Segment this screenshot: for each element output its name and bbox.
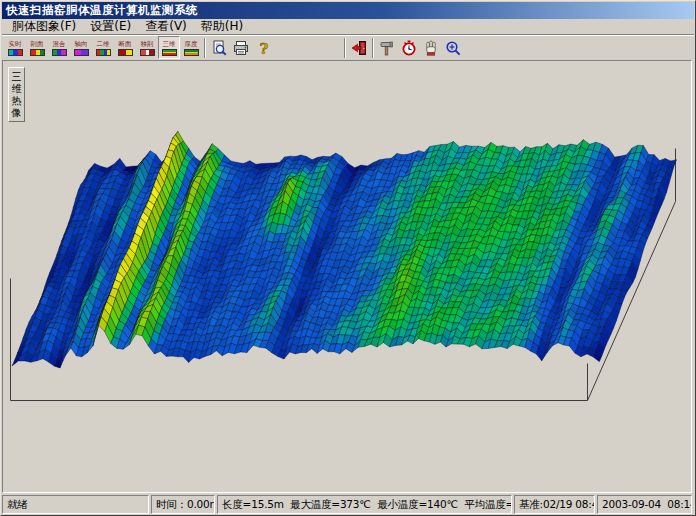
- single-section-view-icon: 独剖: [141, 40, 154, 47]
- tools-button[interactable]: [376, 36, 398, 59]
- hand-icon: [423, 40, 439, 56]
- thickness-view-icon: [184, 49, 199, 56]
- title-bar[interactable]: 快速扫描窑胴体温度计算机监测系统: [2, 2, 694, 19]
- thickness-view-icon: 厚度: [185, 40, 198, 47]
- menu-kiln-image[interactable]: 胴体图象(F): [5, 19, 83, 34]
- print-preview-button[interactable]: [208, 36, 230, 59]
- tab-3d-thermal-image[interactable]: 三维热像: [8, 67, 25, 122]
- zoom-button[interactable]: [442, 36, 464, 59]
- toolbar-separator: [204, 38, 206, 58]
- toolbar-button-realtime[interactable]: 实时: [4, 36, 26, 59]
- menu-view[interactable]: 查看(V): [138, 19, 194, 34]
- toolbar-button-single-section[interactable]: 独剖: [136, 36, 158, 59]
- section-view-icon: [30, 49, 45, 56]
- svg-text:?: ?: [260, 40, 269, 56]
- menu-settings[interactable]: 设置(E): [83, 19, 138, 34]
- 3d-view-icon: 三维: [163, 40, 176, 47]
- section-view-icon: 剖面: [31, 40, 44, 47]
- status-bar: 就绪 时间：0.00rpm 长度=15.5m 最大温度=373℃ 最小温度=14…: [2, 495, 694, 514]
- axial-view-icon: 轴向: [75, 40, 88, 47]
- print-preview-icon: [211, 40, 227, 56]
- toolbar-separator: [344, 38, 346, 58]
- menu-bar: 胴体图象(F) 设置(E) 查看(V) 帮助(H): [2, 19, 694, 34]
- toolbar-button-3d[interactable]: 三维: [158, 36, 180, 59]
- zoom-in-icon: [445, 40, 461, 56]
- single-section-view-icon: [140, 49, 155, 56]
- 2d-view-icon: 二维: [97, 40, 110, 47]
- toolbar: 实时 剖面 混合 轴向 二维 断面 独剖 三维 厚度: [2, 34, 694, 60]
- mixed-view-icon: 混合: [53, 40, 66, 47]
- tab-label: 三维热像: [11, 71, 23, 119]
- cross-section-view-icon: 断面: [119, 40, 132, 47]
- toolbar-separator: [372, 38, 374, 58]
- toolbar-button-thickness[interactable]: 厚度: [180, 36, 202, 59]
- cross-section-view-icon: [118, 49, 133, 56]
- toolbar-button-2d[interactable]: 二维: [92, 36, 114, 59]
- toolbar-button-axial[interactable]: 轴向: [70, 36, 92, 59]
- realtime-view-icon: [8, 49, 23, 56]
- manual-button[interactable]: [420, 36, 442, 59]
- thermal-3d-surface[interactable]: [3, 61, 691, 492]
- client-area: 三维热像: [2, 60, 692, 493]
- status-baseline: 基准:02/19 08:45: [514, 495, 595, 514]
- menu-help[interactable]: 帮助(H): [194, 19, 250, 34]
- help-button[interactable]: ?: [252, 36, 274, 59]
- hammer-icon: [379, 40, 395, 56]
- status-datetime: 2003-09-04 08:14:13: [597, 495, 692, 514]
- window-title: 快速扫描窑胴体温度计算机监测系统: [6, 3, 198, 18]
- status-temperature-stats: 长度=15.5m 最大温度=373℃ 最小温度=140℃ 平均温度=221℃: [217, 495, 512, 514]
- stopwatch-icon: [401, 40, 417, 56]
- toolbar-button-mixed[interactable]: 混合: [48, 36, 70, 59]
- timer-button[interactable]: [398, 36, 420, 59]
- toolbar-button-cross-section[interactable]: 断面: [114, 36, 136, 59]
- exit-door-icon: [351, 40, 367, 56]
- help-icon: ?: [255, 40, 271, 56]
- print-icon: [233, 40, 249, 56]
- mixed-view-icon: [52, 49, 67, 56]
- 2d-view-icon: [96, 49, 111, 56]
- print-button[interactable]: [230, 36, 252, 59]
- 3d-view-icon: [162, 49, 177, 56]
- toolbar-button-section[interactable]: 剖面: [26, 36, 48, 59]
- status-rotation-speed: 时间：0.00rpm: [151, 495, 215, 514]
- axial-view-icon: [74, 49, 89, 56]
- exit-button[interactable]: [348, 36, 370, 59]
- realtime-view-icon: 实时: [9, 40, 22, 47]
- status-ready: 就绪: [2, 495, 149, 514]
